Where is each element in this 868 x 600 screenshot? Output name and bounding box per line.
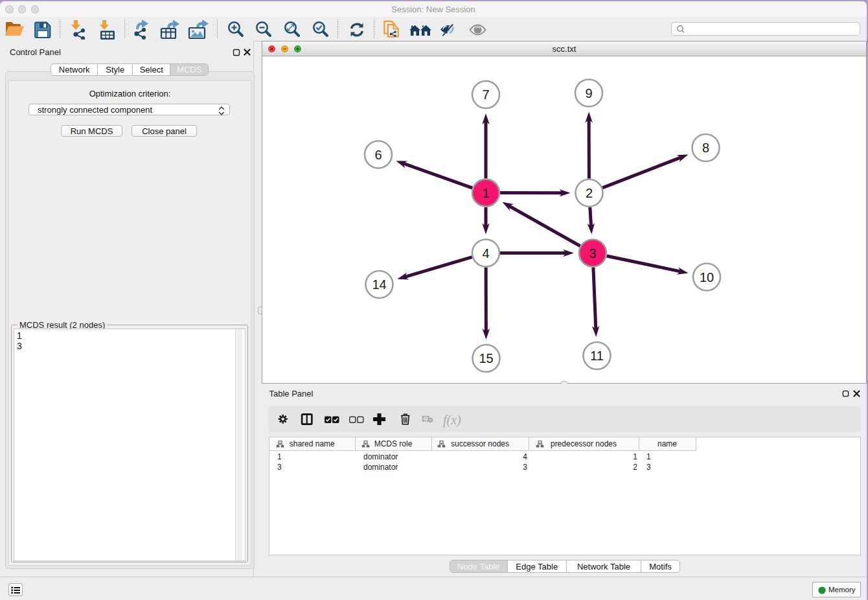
svg-text:1: 1 [482,186,489,200]
svg-text:4: 4 [482,246,489,260]
svg-text:8: 8 [702,141,709,155]
svg-text:2: 2 [586,186,593,200]
svg-text:11: 11 [590,349,604,363]
svg-text:15: 15 [479,351,493,365]
svg-text:6: 6 [374,148,382,162]
svg-text:7: 7 [482,87,489,102]
svg-text:14: 14 [372,277,386,292]
svg-text:3: 3 [589,246,596,260]
svg-text:9: 9 [585,86,592,100]
svg-text:10: 10 [700,270,714,284]
